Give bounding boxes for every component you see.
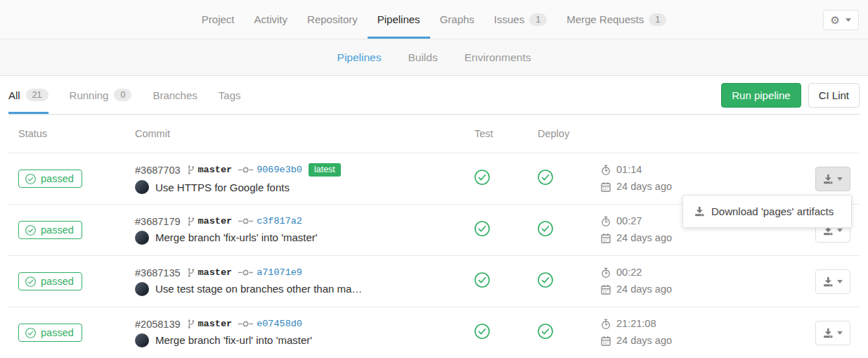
artifacts-dropdown-menu: Download 'pages' artifacts	[682, 195, 852, 228]
branch-link[interactable]: master	[187, 165, 233, 175]
branch-link[interactable]: master	[187, 267, 233, 278]
test-stage-passed-icon[interactable]	[474, 324, 490, 339]
pipeline-duration: 21:21:08	[616, 316, 656, 333]
avatar[interactable]	[135, 282, 149, 296]
commit-sha-link[interactable]: c3f817a2	[238, 216, 302, 226]
artifacts-dropdown-button[interactable]	[815, 167, 850, 191]
pipelines-table-header: Status Commit Test Deploy	[8, 115, 860, 153]
calendar-icon	[601, 233, 611, 243]
branch-link[interactable]: master	[187, 319, 233, 329]
deploy-stage-passed-icon[interactable]	[538, 221, 553, 236]
nav-item-label: Project	[202, 13, 235, 25]
tab-tags[interactable]: Tags	[219, 76, 241, 114]
duration-timer-icon	[601, 267, 611, 279]
test-stage-passed-icon[interactable]	[474, 272, 490, 288]
nav-item-graphs[interactable]: Graphs	[430, 0, 484, 39]
commit-message[interactable]: Use test stage on branches other than ma…	[155, 283, 362, 295]
ci-lint-button[interactable]: CI Lint	[808, 83, 860, 108]
nav-item-label: Repository	[307, 13, 358, 25]
subnav-item-pipelines[interactable]: Pipelines	[337, 51, 382, 64]
pipeline-date: 24 days ago	[616, 230, 672, 247]
status-badge[interactable]: passed	[18, 324, 82, 342]
tab-label: Branches	[153, 89, 197, 101]
nav-item-label: Graphs	[440, 13, 474, 25]
deploy-stage-passed-icon[interactable]	[538, 324, 553, 339]
download-icon	[823, 328, 833, 338]
branch-link[interactable]: master	[187, 216, 233, 226]
commit-sha: e07458d0	[257, 319, 302, 329]
tab-label: All	[8, 89, 20, 101]
column-header-deploy: Deploy	[529, 128, 592, 139]
pipeline-id: #3687179	[135, 216, 181, 227]
commit-sha: 9069e3b0	[257, 165, 302, 175]
tab-branches[interactable]: Branches	[153, 76, 197, 114]
commit-message[interactable]: Merge branch 'fix-urls' into 'master'	[155, 231, 318, 243]
project-settings-button[interactable]: ⚙	[823, 10, 859, 30]
status-badge[interactable]: passed	[18, 170, 82, 188]
commit-icon	[238, 166, 253, 174]
artifacts-dropdown-button[interactable]	[815, 269, 850, 294]
subnav-item-environments[interactable]: Environments	[465, 51, 531, 64]
nav-item-project[interactable]: Project	[192, 0, 245, 39]
dropdown-item-label: Download 'pages' artifacts	[711, 205, 834, 217]
status-label: passed	[41, 327, 74, 338]
nav-item-issues[interactable]: Issues 1	[484, 0, 557, 39]
avatar[interactable]	[135, 231, 149, 245]
status-badge[interactable]: passed	[18, 221, 82, 239]
nav-item-repository[interactable]: Repository	[297, 0, 368, 39]
column-header-commit: Commit	[135, 128, 465, 139]
deploy-stage-passed-icon[interactable]	[538, 272, 553, 288]
avatar[interactable]	[135, 333, 149, 347]
branch-name: master	[198, 267, 233, 278]
status-label: passed	[41, 173, 74, 184]
download-pages-artifacts-item[interactable]: Download 'pages' artifacts	[683, 201, 851, 222]
merge-requests-count-badge: 1	[649, 13, 666, 26]
branch-name: master	[198, 165, 233, 175]
avatar[interactable]	[135, 180, 149, 194]
test-stage-passed-icon[interactable]	[474, 221, 490, 236]
nav-item-activity[interactable]: Activity	[245, 0, 298, 39]
tab-running[interactable]: Running 0	[70, 76, 132, 114]
deploy-stage-passed-icon[interactable]	[538, 170, 553, 185]
nav-item-merge-requests[interactable]: Merge Requests 1	[557, 0, 676, 39]
commit-sha: a71071e9	[257, 267, 302, 278]
nav-item-pipelines[interactable]: Pipelines	[368, 0, 430, 39]
nav-item-label: Activity	[254, 13, 288, 25]
calendar-icon	[601, 284, 611, 295]
check-circle-icon	[25, 225, 36, 236]
check-circle-icon	[25, 174, 36, 184]
test-stage-passed-icon[interactable]	[474, 170, 490, 185]
commit-sha-link[interactable]: a71071e9	[238, 267, 302, 278]
check-circle-icon	[25, 328, 36, 338]
check-circle-icon	[25, 276, 36, 287]
nav-item-label: Pipelines	[377, 13, 420, 25]
branch-icon	[187, 267, 195, 278]
calendar-icon	[601, 181, 611, 192]
duration-timer-icon	[601, 319, 611, 330]
chevron-down-icon	[837, 177, 843, 181]
project-nav: Project Activity Repository Pipelines Gr…	[0, 0, 868, 39]
chevron-down-icon	[837, 280, 843, 283]
subnav-item-builds[interactable]: Builds	[408, 51, 437, 64]
run-pipeline-button[interactable]: Run pipeline	[721, 83, 801, 108]
commit-sha-link[interactable]: 9069e3b0	[238, 165, 302, 175]
chevron-down-icon	[846, 18, 851, 22]
tab-all[interactable]: All 21	[8, 76, 48, 114]
branch-icon	[187, 165, 195, 175]
commit-message[interactable]: Merge branch 'fix-url' into 'master'	[155, 334, 312, 346]
latest-badge: latest	[309, 163, 341, 177]
pipeline-id: #3687135	[135, 267, 181, 279]
all-count-badge: 21	[26, 89, 48, 101]
tab-label: Tags	[219, 89, 241, 101]
ci-subnav: Pipelines Builds Environments	[0, 39, 868, 76]
status-badge[interactable]: passed	[18, 272, 82, 290]
artifacts-dropdown-button[interactable]	[815, 321, 850, 345]
download-icon	[694, 206, 704, 217]
calendar-icon	[601, 335, 611, 346]
branch-name: master	[198, 216, 233, 226]
pipeline-id: #2058139	[135, 319, 181, 330]
status-label: passed	[41, 224, 74, 236]
commit-message[interactable]: Use HTTPS for Google fonts	[155, 181, 290, 193]
commit-sha-link[interactable]: e07458d0	[238, 319, 302, 329]
duration-timer-icon	[601, 165, 611, 176]
